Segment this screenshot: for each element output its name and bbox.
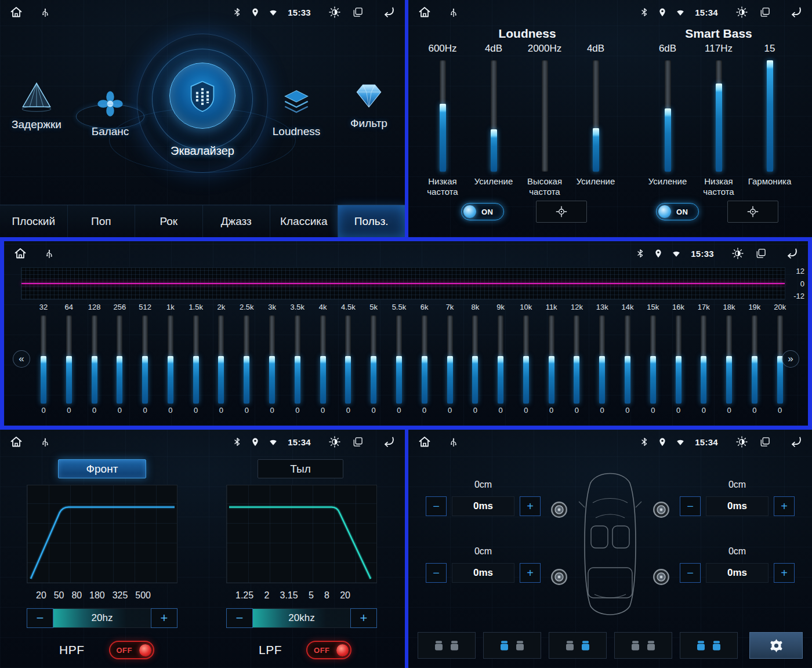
slider-track[interactable] bbox=[716, 60, 722, 172]
band-slider[interactable] bbox=[625, 315, 630, 404]
scroll-right-button[interactable]: » bbox=[782, 350, 799, 368]
slider-track[interactable] bbox=[767, 60, 773, 172]
eq-band[interactable]: 5.5k 0 bbox=[389, 303, 409, 415]
delay-minus-button[interactable]: − bbox=[680, 496, 701, 516]
position-driver-button[interactable] bbox=[483, 632, 541, 659]
delay-plus-button[interactable]: + bbox=[774, 496, 795, 516]
smart-bass-toggle[interactable]: ON bbox=[656, 203, 699, 220]
smart-bass-reset-button[interactable] bbox=[727, 201, 778, 223]
band-slider[interactable] bbox=[472, 315, 478, 404]
home-button[interactable] bbox=[418, 435, 432, 449]
band-slider[interactable] bbox=[193, 315, 199, 404]
band-slider[interactable] bbox=[168, 315, 173, 404]
delay-minus-button[interactable]: − bbox=[426, 563, 447, 583]
hpf-frequency-slider[interactable]: 20hz bbox=[53, 608, 151, 628]
band-slider[interactable] bbox=[244, 315, 249, 404]
eq-band[interactable]: 16k 0 bbox=[668, 303, 689, 415]
delay-plus-button[interactable]: + bbox=[520, 563, 541, 583]
slider-track[interactable] bbox=[491, 60, 497, 172]
band-slider[interactable] bbox=[422, 315, 427, 404]
preset-flat[interactable]: Плоский bbox=[0, 205, 67, 237]
position-front-button[interactable] bbox=[680, 632, 738, 659]
level-slider[interactable]: 4dB Усиление bbox=[468, 43, 519, 197]
band-slider[interactable] bbox=[92, 315, 97, 404]
band-slider[interactable] bbox=[523, 315, 529, 404]
loudness-reset-button[interactable] bbox=[536, 201, 587, 223]
eq-band[interactable]: 3k 0 bbox=[262, 303, 282, 415]
eq-band[interactable]: 7k 0 bbox=[440, 303, 461, 415]
eq-band[interactable]: 64 0 bbox=[59, 303, 79, 415]
delay-settings-button[interactable] bbox=[749, 632, 803, 659]
eq-band[interactable]: 10k 0 bbox=[516, 303, 536, 415]
home-button[interactable] bbox=[418, 5, 432, 19]
back-button[interactable] bbox=[382, 435, 396, 449]
band-slider[interactable] bbox=[218, 315, 224, 404]
delay-plus-button[interactable]: + bbox=[774, 563, 795, 583]
hpf-minus-button[interactable]: − bbox=[27, 608, 53, 628]
back-button[interactable] bbox=[382, 5, 396, 19]
eq-band[interactable]: 18k 0 bbox=[719, 303, 740, 415]
eq-band[interactable]: 13k 0 bbox=[592, 303, 612, 415]
lpf-toggle[interactable]: OFF bbox=[306, 641, 351, 659]
eq-band[interactable]: 12k 0 bbox=[566, 303, 587, 415]
eq-band[interactable]: 6k 0 bbox=[414, 303, 435, 415]
home-button[interactable] bbox=[9, 5, 23, 19]
eq-band[interactable]: 1.5k 0 bbox=[186, 303, 206, 415]
delay-minus-button[interactable]: − bbox=[680, 563, 701, 583]
slider-track[interactable] bbox=[542, 60, 548, 172]
eq-band[interactable]: 19k 0 bbox=[744, 303, 765, 415]
level-slider[interactable]: 6dB Усиление bbox=[642, 43, 693, 197]
band-slider[interactable] bbox=[269, 315, 275, 404]
band-slider[interactable] bbox=[498, 315, 503, 404]
eq-band[interactable]: 15k 0 bbox=[643, 303, 664, 415]
eq-band[interactable]: 4k 0 bbox=[313, 303, 334, 415]
recent-apps-button[interactable] bbox=[755, 248, 767, 259]
preset-rock[interactable]: Рок bbox=[135, 205, 202, 237]
level-slider[interactable]: 117Hz Низкая частота bbox=[693, 43, 744, 197]
band-slider[interactable] bbox=[676, 315, 682, 404]
tab-front[interactable]: Фронт bbox=[58, 459, 146, 478]
lpf-minus-button[interactable]: − bbox=[226, 608, 253, 628]
band-slider[interactable] bbox=[599, 315, 605, 404]
band-slider[interactable] bbox=[295, 315, 300, 404]
hpf-plus-button[interactable]: + bbox=[151, 608, 177, 628]
level-slider[interactable]: 600Hz Низкая частота bbox=[417, 43, 468, 197]
band-slider[interactable] bbox=[701, 315, 706, 404]
menu-item-delays[interactable]: Задержки bbox=[8, 79, 66, 131]
eq-band[interactable]: 512 0 bbox=[135, 303, 155, 415]
slider-track[interactable] bbox=[665, 60, 671, 172]
eq-band[interactable]: 32 0 bbox=[33, 303, 54, 415]
position-rear-button[interactable] bbox=[614, 632, 672, 659]
eq-band[interactable]: 4.5k 0 bbox=[338, 303, 358, 415]
preset-pop[interactable]: Поп bbox=[67, 205, 135, 237]
position-passenger-button[interactable] bbox=[549, 632, 607, 659]
band-slider[interactable] bbox=[726, 315, 732, 404]
band-slider[interactable] bbox=[41, 315, 46, 404]
eq-band[interactable]: 2k 0 bbox=[211, 303, 231, 415]
level-slider[interactable]: 2000Hz Высокая частота bbox=[519, 43, 570, 197]
recent-apps-button[interactable] bbox=[759, 6, 771, 18]
tab-rear[interactable]: Тыл bbox=[258, 459, 343, 478]
slider-track[interactable] bbox=[593, 60, 599, 172]
band-slider[interactable] bbox=[371, 315, 376, 404]
lpf-plus-button[interactable]: + bbox=[350, 608, 377, 628]
eq-band[interactable]: 2.5k 0 bbox=[236, 303, 257, 415]
eq-band[interactable]: 5k 0 bbox=[363, 303, 384, 415]
eq-band[interactable]: 256 0 bbox=[109, 303, 130, 415]
home-button[interactable] bbox=[9, 435, 23, 449]
level-slider[interactable]: 15 Гармоника bbox=[744, 43, 795, 197]
preset-user[interactable]: Польз. bbox=[338, 205, 405, 237]
band-slider[interactable] bbox=[396, 315, 402, 404]
eq-band[interactable]: 128 0 bbox=[84, 303, 105, 415]
hpf-toggle[interactable]: OFF bbox=[109, 641, 154, 659]
band-slider[interactable] bbox=[650, 315, 656, 404]
position-all-button[interactable] bbox=[418, 632, 476, 659]
band-slider[interactable] bbox=[574, 315, 579, 404]
lpf-frequency-slider[interactable]: 20khz bbox=[253, 608, 350, 628]
band-slider[interactable] bbox=[345, 315, 351, 404]
menu-item-loudness[interactable]: Loudness bbox=[264, 87, 328, 138]
band-slider[interactable] bbox=[142, 315, 148, 404]
band-slider[interactable] bbox=[752, 315, 757, 404]
band-slider[interactable] bbox=[549, 315, 554, 404]
scroll-left-button[interactable]: « bbox=[13, 350, 30, 368]
